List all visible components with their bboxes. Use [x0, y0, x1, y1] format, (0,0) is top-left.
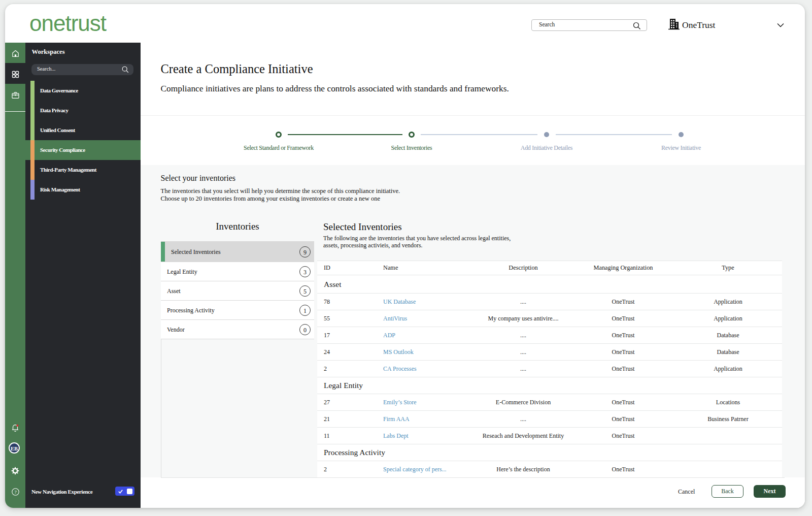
svg-text:?: ? — [14, 490, 16, 495]
